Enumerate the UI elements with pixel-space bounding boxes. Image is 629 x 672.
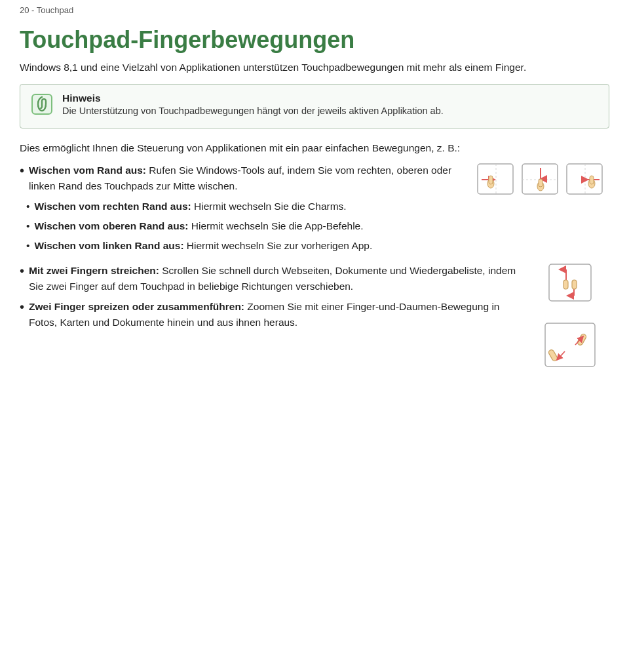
sub-text-links: Wischen vom linken Rand aus: Hiermit wec…: [34, 238, 372, 254]
hint-box: Hinweis Die Unterstützung von Touchpadbe…: [20, 84, 609, 128]
page-header: 20 - Touchpad: [0, 0, 629, 15]
oben-label: Wischen vom oberen Rand aus:: [34, 220, 188, 231]
section-text: • Wischen vom Rand aus: Rufen Sie Window…: [20, 163, 460, 258]
svg-rect-12: [590, 176, 594, 184]
pinch-zoom-icon: [544, 322, 596, 374]
lead-text: Dies ermöglicht Ihnen die Steuerung von …: [20, 140, 609, 156]
hint-body: Die Unterstützung von Touchpadbewegungen…: [62, 106, 444, 116]
list-item-spreizen: • Zwei Finger spreizen oder zusammenführ…: [20, 299, 519, 330]
paperclip-icon: [31, 93, 53, 120]
links-label: Wischen vom linken Rand aus:: [34, 240, 183, 251]
bottom-bullet-list: • Mit zwei Fingern streichen: Scrollen S…: [20, 263, 519, 330]
svg-rect-13: [549, 264, 591, 301]
bullet-dot-oben: •: [26, 218, 29, 234]
spreizen-label: Zwei Finger spreizen oder zusammenführen…: [29, 301, 244, 312]
page-label: 20 - Touchpad: [20, 5, 73, 15]
list-item-streichen: • Mit zwei Fingern streichen: Scrollen S…: [20, 263, 519, 294]
svg-rect-4: [489, 176, 493, 184]
sub-text-rechts: Wischen vom rechten Rand aus: Hiermit we…: [34, 199, 346, 214]
bottom-images: [531, 263, 609, 374]
swipe-top-icon: [521, 163, 560, 197]
svg-rect-17: [548, 349, 558, 362]
wischen-section: • Wischen vom Rand aus: Rufen Sie Window…: [20, 163, 609, 258]
bullet-dot-rechts: •: [26, 199, 29, 214]
bullet-dot-links: •: [26, 238, 29, 254]
spreizen-text: Zwei Finger spreizen oder zusammenführen…: [29, 299, 519, 330]
page-title: Touchpad-Fingerbewegungen: [0, 15, 629, 60]
bullet-dot-streichen: •: [20, 263, 24, 279]
swipe-right-icon: [565, 163, 605, 197]
wischen-label: Wischen vom Rand aus:: [29, 165, 146, 176]
intro-text: Windows 8,1 und eine Vielzahl von Applik…: [0, 60, 629, 84]
sub-item-links: • Wischen vom linken Rand aus: Hiermit w…: [26, 238, 460, 254]
svg-rect-14: [563, 280, 568, 289]
svg-rect-15: [572, 280, 577, 289]
main-bullet-list: • Wischen vom Rand aus: Rufen Sie Window…: [20, 163, 460, 194]
touchpad-images-top: [472, 163, 609, 197]
sub-bullet-list: • Wischen vom rechten Rand aus: Hiermit …: [26, 199, 460, 254]
wischen-text: Wischen vom Rand aus: Rufen Sie Windows-…: [29, 163, 460, 194]
svg-rect-8: [539, 179, 543, 187]
bullet-dot: •: [20, 163, 24, 178]
bullet-dot-spreizen: •: [20, 299, 24, 315]
main-content: Dies ermöglicht Ihnen die Steuerung von …: [0, 140, 629, 374]
streichen-text: Mit zwei Fingern streichen: Scrollen Sie…: [29, 263, 519, 294]
svg-rect-18: [577, 333, 587, 346]
bottom-section: • Mit zwei Fingern streichen: Scrollen S…: [20, 263, 609, 374]
bottom-text: • Mit zwei Fingern streichen: Scrollen S…: [20, 263, 519, 335]
sub-item-rechts: • Wischen vom rechten Rand aus: Hiermit …: [26, 199, 460, 214]
two-finger-scroll-icon: [548, 263, 592, 315]
hint-title: Hinweis: [62, 92, 444, 104]
swipe-left-icon: [476, 163, 516, 197]
rechts-label: Wischen vom rechten Rand aus:: [34, 201, 191, 212]
touchpad-row-1: [476, 163, 605, 197]
hint-content: Hinweis Die Unterstützung von Touchpadbe…: [62, 92, 444, 116]
sub-item-oben: • Wischen vom oberen Rand aus: Hiermit w…: [26, 218, 460, 234]
list-item-wischen: • Wischen vom Rand aus: Rufen Sie Window…: [20, 163, 460, 194]
streichen-label: Mit zwei Fingern streichen:: [29, 265, 159, 276]
sub-text-oben: Wischen vom oberen Rand aus: Hiermit wec…: [34, 218, 363, 234]
